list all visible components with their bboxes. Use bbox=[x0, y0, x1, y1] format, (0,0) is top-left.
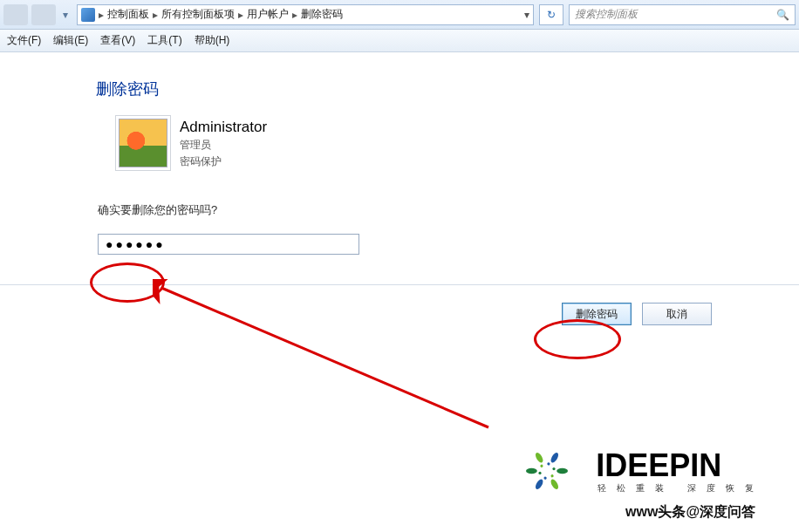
button-row: 删除密码 取消 bbox=[0, 285, 799, 325]
delete-password-button[interactable]: 删除密码 bbox=[562, 303, 632, 325]
svg-point-8 bbox=[539, 472, 542, 474]
credit-line: www头条@深度问答 bbox=[625, 503, 755, 522]
menu-help[interactable]: 帮助(H) bbox=[195, 33, 230, 48]
watermark: IDEEPIN 轻松重装 深度恢复 bbox=[512, 436, 764, 506]
history-dropdown[interactable]: ▾ bbox=[59, 4, 72, 25]
logo-icon bbox=[512, 436, 582, 506]
brand-name: IDEEPIN bbox=[596, 447, 764, 484]
svg-point-9 bbox=[534, 452, 544, 464]
svg-point-12 bbox=[547, 462, 550, 466]
avatar bbox=[119, 119, 167, 167]
chevron-right-icon: ▸ bbox=[99, 9, 104, 21]
control-panel-icon bbox=[81, 8, 95, 22]
user-role: 管理员 bbox=[180, 138, 267, 153]
breadcrumb-item[interactable]: 用户帐户 bbox=[247, 7, 289, 22]
password-field[interactable] bbox=[98, 234, 359, 255]
page-title: 删除密码 bbox=[96, 78, 782, 99]
user-protection: 密码保护 bbox=[180, 154, 267, 169]
user-block: Administrator 管理员 密码保护 bbox=[119, 119, 782, 169]
breadcrumb-item[interactable]: 所有控制面板项 bbox=[161, 7, 235, 22]
menu-file[interactable]: 文件(F) bbox=[7, 33, 41, 48]
cancel-button[interactable]: 取消 bbox=[642, 303, 712, 325]
forward-button[interactable] bbox=[31, 4, 56, 25]
search-icon: 🔍 bbox=[776, 9, 789, 21]
back-button[interactable] bbox=[3, 4, 28, 25]
chevron-right-icon: ▸ bbox=[292, 9, 297, 21]
svg-point-3 bbox=[550, 478, 560, 490]
svg-point-7 bbox=[526, 468, 537, 474]
svg-point-11 bbox=[550, 452, 560, 464]
menu-edit[interactable]: 编辑(E) bbox=[53, 33, 88, 48]
search-placeholder: 搜索控制面板 bbox=[575, 7, 638, 22]
address-bar: ▾ ▸ 控制面板 ▸ 所有控制面板项 ▸ 用户帐户 ▸ 删除密码 ▾ ↻ 搜索控… bbox=[0, 0, 799, 30]
menu-tools[interactable]: 工具(T) bbox=[147, 33, 181, 48]
svg-point-1 bbox=[557, 468, 568, 474]
chevron-right-icon: ▸ bbox=[238, 9, 243, 21]
svg-point-2 bbox=[553, 467, 556, 470]
menu-view[interactable]: 查看(V) bbox=[100, 33, 135, 48]
breadcrumb-item[interactable]: 删除密码 bbox=[301, 7, 343, 22]
breadcrumb-item[interactable]: 控制面板 bbox=[107, 7, 149, 22]
search-input[interactable]: 搜索控制面板 🔍 bbox=[569, 4, 796, 25]
content-area: 删除密码 Administrator 管理员 密码保护 确实要删除您的密码吗? bbox=[0, 52, 799, 263]
user-name: Administrator bbox=[180, 119, 267, 136]
svg-point-6 bbox=[543, 476, 547, 480]
refresh-button[interactable]: ↻ bbox=[539, 4, 563, 25]
svg-point-5 bbox=[534, 478, 544, 490]
nav-history-buttons: ▾ bbox=[3, 4, 72, 25]
svg-point-4 bbox=[550, 474, 554, 478]
chevron-right-icon: ▸ bbox=[153, 9, 158, 21]
svg-point-10 bbox=[540, 464, 543, 467]
menu-bar: 文件(F) 编辑(E) 查看(V) 工具(T) 帮助(H) bbox=[0, 30, 799, 52]
breadcrumb-dropdown-icon[interactable]: ▾ bbox=[524, 9, 529, 21]
breadcrumb[interactable]: ▸ 控制面板 ▸ 所有控制面板项 ▸ 用户帐户 ▸ 删除密码 ▾ bbox=[77, 4, 534, 25]
confirm-question: 确实要删除您的密码吗? bbox=[98, 202, 782, 218]
brand-tagline: 轻松重装 深度恢复 bbox=[598, 482, 764, 494]
